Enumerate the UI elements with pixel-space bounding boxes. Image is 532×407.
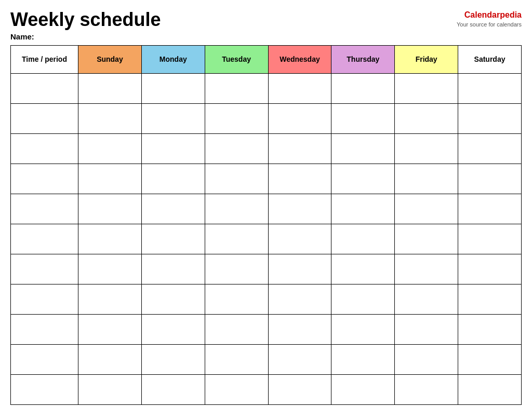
- schedule-cell[interactable]: [205, 73, 268, 103]
- schedule-cell[interactable]: [458, 133, 522, 164]
- schedule-cell[interactable]: [141, 284, 205, 314]
- schedule-cell[interactable]: [205, 284, 268, 314]
- schedule-cell[interactable]: [458, 344, 522, 374]
- schedule-cell[interactable]: [458, 314, 522, 344]
- schedule-cell[interactable]: [141, 133, 205, 164]
- schedule-cell[interactable]: [395, 194, 458, 224]
- schedule-cell[interactable]: [141, 73, 205, 103]
- schedule-cell[interactable]: [458, 224, 522, 254]
- schedule-cell[interactable]: [268, 73, 331, 103]
- schedule-cell[interactable]: [78, 374, 142, 404]
- schedule-cell[interactable]: [331, 133, 395, 164]
- page: Weekly schedule Calendarpedia Your sourc…: [0, 0, 532, 407]
- schedule-cell[interactable]: [268, 103, 331, 133]
- schedule-cell[interactable]: [395, 164, 458, 194]
- schedule-cell[interactable]: [268, 254, 331, 284]
- header-row: Time / period Sunday Monday Tuesday Wedn…: [11, 45, 522, 73]
- schedule-cell[interactable]: [395, 103, 458, 133]
- schedule-cell[interactable]: [458, 73, 522, 103]
- schedule-cell[interactable]: [78, 164, 142, 194]
- schedule-cell[interactable]: [395, 374, 458, 404]
- time-cell[interactable]: [11, 254, 78, 284]
- schedule-cell[interactable]: [331, 254, 395, 284]
- schedule-cell[interactable]: [268, 314, 331, 344]
- name-label: Name:: [10, 32, 522, 41]
- schedule-cell[interactable]: [395, 284, 458, 314]
- schedule-cell[interactable]: [268, 284, 331, 314]
- schedule-cell[interactable]: [78, 224, 142, 254]
- time-cell[interactable]: [11, 73, 78, 103]
- schedule-cell[interactable]: [331, 284, 395, 314]
- time-cell[interactable]: [11, 344, 78, 374]
- schedule-cell[interactable]: [205, 194, 268, 224]
- time-cell[interactable]: [11, 314, 78, 344]
- schedule-cell[interactable]: [458, 254, 522, 284]
- schedule-cell[interactable]: [141, 164, 205, 194]
- time-cell[interactable]: [11, 374, 78, 404]
- schedule-cell[interactable]: [331, 194, 395, 224]
- schedule-cell[interactable]: [331, 73, 395, 103]
- schedule-cell[interactable]: [268, 133, 331, 164]
- schedule-cell[interactable]: [458, 164, 522, 194]
- schedule-cell[interactable]: [268, 194, 331, 224]
- schedule-cell[interactable]: [205, 254, 268, 284]
- schedule-cell[interactable]: [205, 133, 268, 164]
- col-header-friday: Friday: [395, 45, 458, 73]
- schedule-cell[interactable]: [268, 344, 331, 374]
- schedule-cell[interactable]: [331, 314, 395, 344]
- footer: © www.calendarpedia.com: [10, 405, 522, 407]
- time-cell[interactable]: [11, 194, 78, 224]
- time-cell[interactable]: [11, 103, 78, 133]
- schedule-cell[interactable]: [205, 344, 268, 374]
- schedule-cell[interactable]: [205, 164, 268, 194]
- schedule-cell[interactable]: [268, 224, 331, 254]
- schedule-cell[interactable]: [395, 73, 458, 103]
- schedule-cell[interactable]: [141, 103, 205, 133]
- schedule-cell[interactable]: [331, 103, 395, 133]
- schedule-cell[interactable]: [458, 284, 522, 314]
- schedule-cell[interactable]: [458, 374, 522, 404]
- col-header-tuesday: Tuesday: [205, 45, 268, 73]
- time-cell[interactable]: [11, 164, 78, 194]
- schedule-cell[interactable]: [78, 194, 142, 224]
- schedule-cell[interactable]: [268, 164, 331, 194]
- table-row: [11, 374, 522, 404]
- schedule-cell[interactable]: [331, 224, 395, 254]
- schedule-cell[interactable]: [205, 103, 268, 133]
- schedule-cell[interactable]: [141, 224, 205, 254]
- time-cell[interactable]: [11, 133, 78, 164]
- schedule-cell[interactable]: [141, 374, 205, 404]
- schedule-cell[interactable]: [78, 133, 142, 164]
- schedule-cell[interactable]: [395, 314, 458, 344]
- schedule-cell[interactable]: [331, 374, 395, 404]
- schedule-cell[interactable]: [395, 254, 458, 284]
- table-row: [11, 284, 522, 314]
- time-cell[interactable]: [11, 224, 78, 254]
- schedule-cell[interactable]: [268, 374, 331, 404]
- schedule-cell[interactable]: [205, 314, 268, 344]
- schedule-cell[interactable]: [395, 133, 458, 164]
- page-title: Weekly schedule: [10, 9, 161, 30]
- schedule-cell[interactable]: [141, 254, 205, 284]
- schedule-cell[interactable]: [331, 164, 395, 194]
- schedule-cell[interactable]: [78, 103, 142, 133]
- schedule-cell[interactable]: [395, 224, 458, 254]
- schedule-cell[interactable]: [141, 194, 205, 224]
- time-cell[interactable]: [11, 284, 78, 314]
- schedule-cell[interactable]: [205, 374, 268, 404]
- schedule-cell[interactable]: [141, 314, 205, 344]
- schedule-cell[interactable]: [78, 314, 142, 344]
- schedule-cell[interactable]: [458, 103, 522, 133]
- schedule-cell[interactable]: [458, 194, 522, 224]
- table-row: [11, 103, 522, 133]
- schedule-cell[interactable]: [78, 254, 142, 284]
- schedule-cell[interactable]: [78, 344, 142, 374]
- schedule-cell[interactable]: [331, 344, 395, 374]
- schedule-cell[interactable]: [205, 224, 268, 254]
- table-row: [11, 344, 522, 374]
- schedule-cell[interactable]: [141, 344, 205, 374]
- schedule-cell[interactable]: [78, 284, 142, 314]
- schedule-cell[interactable]: [78, 73, 142, 103]
- schedule-cell[interactable]: [395, 344, 458, 374]
- col-header-wednesday: Wednesday: [268, 45, 331, 73]
